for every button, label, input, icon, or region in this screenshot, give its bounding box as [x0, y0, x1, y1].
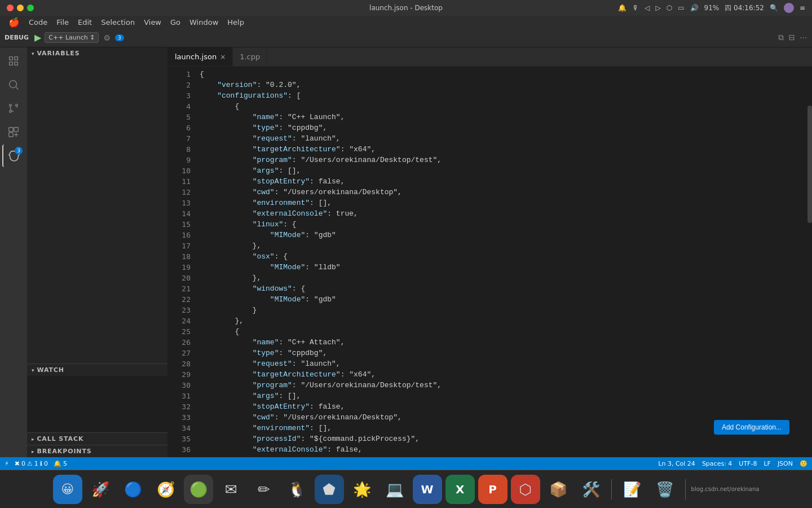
dock-terminal[interactable]: 💻 — [380, 475, 409, 504]
notification-count: 5 — [63, 460, 67, 467]
svg-rect-5 — [14, 128, 18, 132]
add-configuration-button[interactable]: Add Configuration... — [714, 420, 789, 435]
info-icon: ℹ — [40, 460, 42, 467]
line-ending-text: LF — [764, 460, 770, 467]
search-icon[interactable]: 🔍 — [770, 4, 778, 12]
code-line-12: "cwd": "/Users/orekinana/Desktop", — [200, 187, 806, 198]
status-smiley[interactable]: 🙂 — [800, 460, 807, 467]
code-line-26: "name": "C++ Attach", — [200, 337, 806, 348]
activity-explorer[interactable] — [2, 50, 25, 72]
maximize-button[interactable] — [27, 5, 34, 11]
dock-word[interactable]: W — [413, 475, 442, 504]
more-actions-icon[interactable]: ⋯ — [800, 33, 807, 42]
menu-view[interactable]: View — [140, 17, 165, 27]
back-icon[interactable]: ◁ — [645, 4, 650, 12]
dock-launchpad[interactable]: 🚀 — [86, 475, 115, 504]
status-spaces[interactable]: Spaces: 4 — [702, 460, 732, 467]
activity-debug[interactable]: 3 — [2, 144, 25, 167]
code-line-31: "args": [], — [200, 391, 806, 401]
code-line-14: "externalConsole": true, — [200, 208, 806, 219]
activity-bar: 3 — [0, 47, 27, 457]
menu-apple[interactable]: 🍎 — [5, 16, 24, 28]
status-line-ending[interactable]: LF — [764, 460, 770, 467]
code-container: 1234567891011121314151617181920212223242… — [168, 67, 812, 457]
dock-box[interactable]: 📦 — [544, 475, 573, 504]
dock-vscode[interactable]: ⬟ — [315, 475, 344, 504]
status-right: Ln 3, Col 24 Spaces: 4 UTF-8 LF JSON 🙂 — [658, 460, 807, 467]
tab-close-launch-json[interactable]: × — [220, 53, 226, 61]
watch-header[interactable]: ▾ WATCH — [27, 364, 167, 376]
status-bar: ⚡ ✖ 0 ⚠ 1 ℹ 0 🔔 5 Ln 3, Col 24 Spaces: 4 — [0, 457, 812, 470]
menu-edit[interactable]: Edit — [74, 17, 96, 27]
speaker-icon[interactable]: 🔊 — [690, 4, 699, 12]
line-numbers: 1234567891011121314151617181920212223242… — [168, 67, 195, 457]
forward-icon[interactable]: ▷ — [655, 4, 660, 12]
dock-red-app[interactable]: ⬡ — [511, 475, 540, 504]
scrollbar-track[interactable] — [806, 67, 812, 457]
dock-sun[interactable]: 🌟 — [347, 475, 377, 504]
status-remote[interactable]: ⚡ — [5, 460, 9, 467]
error-icon: ✖ — [15, 460, 20, 467]
tab-1cpp[interactable]: 1.cpp — [233, 47, 267, 66]
hamburger-icon[interactable]: ≡ — [800, 4, 805, 12]
dock-finder[interactable]: 😀 — [53, 475, 82, 504]
debug-toolbar: DEBUG ▶ C++ Launch ↕ ⚙ 3 ⧉ ⊟ ⋯ — [0, 28, 812, 47]
menu-code[interactable]: Code — [25, 17, 51, 27]
minimize-button[interactable] — [17, 5, 24, 11]
dock-mail[interactable]: ✉️ — [217, 475, 246, 504]
window-title: launch.json - Desktop — [369, 4, 443, 12]
code-line-27: "type": "cppdbg", — [200, 348, 806, 358]
menu-selection[interactable]: Selection — [97, 17, 139, 27]
variables-arrow: ▾ — [32, 51, 34, 56]
dock-documents[interactable]: 📝 — [617, 475, 647, 504]
scrollbar-thumb[interactable] — [807, 106, 812, 223]
variables-header[interactable]: ▾ VARIABLES — [27, 47, 167, 59]
status-left: ⚡ ✖ 0 ⚠ 1 ℹ 0 🔔 5 — [5, 460, 67, 467]
dock-tools[interactable]: 🛠️ — [576, 475, 606, 504]
status-line-col[interactable]: Ln 3, Col 24 — [658, 460, 695, 467]
debug-play-button[interactable]: ▶ — [34, 32, 41, 43]
share-icon[interactable]: ⬡ — [667, 4, 672, 12]
tab-label-launch-json: launch.json — [175, 52, 217, 61]
code-line-9: "program": "/Users/orekinana/Desktop/tes… — [200, 155, 806, 165]
code-line-25: { — [200, 326, 806, 337]
menu-window[interactable]: Window — [186, 17, 222, 27]
menu-help[interactable]: Help — [223, 17, 248, 27]
callstack-header[interactable]: ▸ CALL STACK — [27, 433, 167, 445]
dock-trash[interactable]: 🗑️ — [650, 475, 679, 504]
dock-safari[interactable]: 🧭 — [151, 475, 180, 504]
status-language[interactable]: JSON — [778, 460, 793, 467]
debug-config-select[interactable]: C++ Launch ↕ — [45, 32, 99, 43]
code-editor[interactable]: { "version": "0.2.0", "configurations": … — [195, 67, 806, 457]
dock-rocket[interactable]: 🔵 — [118, 475, 148, 504]
split-editor-icon[interactable]: ⊟ — [788, 33, 795, 42]
copy-icon[interactable]: ⧉ — [778, 33, 784, 42]
dock-powerpoint[interactable]: P — [478, 475, 508, 504]
dock-telegram[interactable]: 🐧 — [282, 475, 311, 504]
dock-separator-2 — [685, 479, 686, 500]
breakpoints-header[interactable]: ▸ BREAKPOINTS — [27, 445, 167, 457]
menu-file[interactable]: File — [52, 17, 73, 27]
tab-label-1cpp: 1.cpp — [240, 52, 260, 61]
debug-settings-icon[interactable]: ⚙ — [103, 33, 111, 42]
activity-source-control[interactable] — [2, 97, 25, 120]
activity-search[interactable] — [2, 73, 25, 96]
code-line-28: "request": "launch", — [200, 358, 806, 369]
notification-icon[interactable]: 🔔 — [618, 4, 626, 12]
activity-extensions[interactable] — [2, 121, 25, 143]
status-notifications[interactable]: 🔔 5 — [54, 460, 67, 467]
tab-launch-json[interactable]: launch.json × — [168, 47, 233, 66]
dock-chrome[interactable]: 🟢 — [184, 475, 213, 504]
debug-activity-badge: 3 — [15, 147, 23, 155]
mic-icon[interactable]: 🎙 — [632, 4, 639, 12]
close-button[interactable] — [7, 5, 14, 11]
status-encoding[interactable]: UTF-8 — [739, 460, 757, 467]
dock-pencil[interactable]: ✏️ — [249, 475, 279, 504]
debug-badge: 3 — [115, 34, 124, 41]
dock-excel[interactable]: X — [445, 475, 475, 504]
menu-go[interactable]: Go — [166, 17, 184, 27]
code-line-19: "MIMode": "lldb" — [200, 262, 806, 273]
variables-label: VARIABLES — [37, 50, 80, 57]
status-errors[interactable]: ✖ 0 ⚠ 1 ℹ 0 — [15, 460, 48, 467]
screen-icon[interactable]: ▭ — [678, 4, 684, 12]
